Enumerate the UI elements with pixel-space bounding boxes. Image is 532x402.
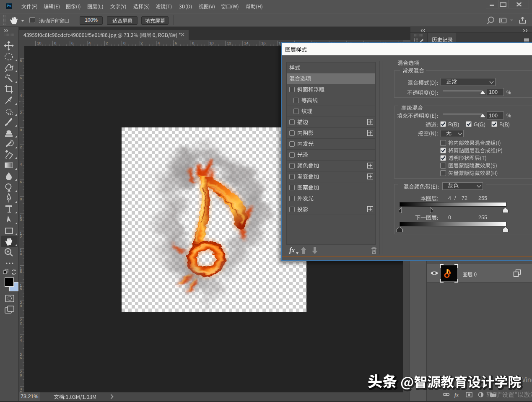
svg-text:fx: fx	[454, 392, 459, 398]
